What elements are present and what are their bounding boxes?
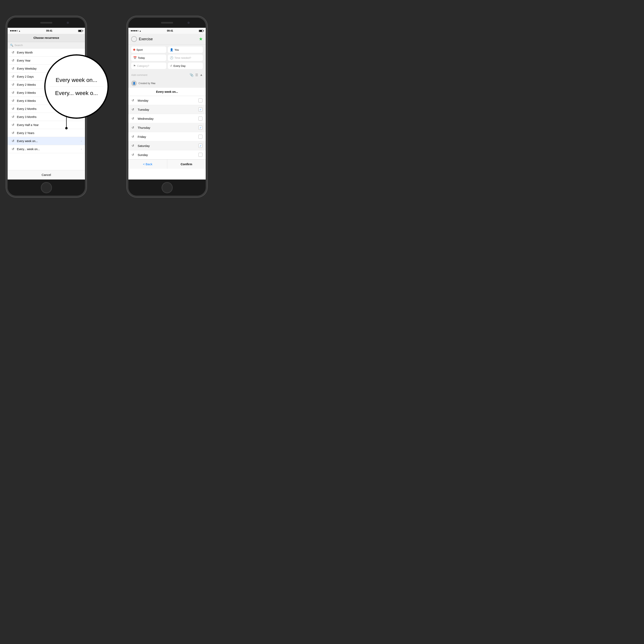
home-button-left[interactable] [41,182,52,193]
chevron-right-icon: › [81,140,82,142]
sync-icon: ↺ [11,139,15,143]
avatar: 👤 [131,81,137,86]
sync-icon: ↺ [11,107,15,111]
status-time-left: 09:41 [46,29,53,32]
wifi-icon: ▲ [19,30,21,32]
day-tuesday[interactable]: ↺ Tuesday ✓ [128,105,206,114]
battery-area-right [199,30,203,32]
battery-area [78,30,83,32]
list-item-every-week[interactable]: ↺ Every week on... › [8,137,85,145]
search-bar[interactable]: 🔍 Search [8,42,85,49]
recurrence-header: Choose recurrence [8,34,85,42]
status-bar-left: ▲ 09:41 [8,28,85,34]
camera-right [188,22,190,24]
thursday-checkbox[interactable]: ✓ [198,126,202,130]
sync-icon: ↺ [11,115,15,119]
cancel-bar[interactable]: Cancel [8,170,85,180]
today-label: Today [138,56,145,59]
sync-icon: ↺ [132,126,136,129]
battery-fill [78,30,81,32]
task-completion-circle[interactable] [131,36,137,42]
comment-placeholder[interactable]: Add comment [131,73,188,76]
svg-point-1 [65,127,68,129]
confirm-button[interactable]: Confirm [167,160,206,169]
field-today[interactable]: 📅 Today [131,55,166,61]
comment-area[interactable]: Add comment 📎 ☰ ▲ [128,71,206,79]
star-icon[interactable]: ★ [199,36,203,42]
sync-icon: ↺ [11,123,15,127]
sync-icon: ↺ [132,135,136,138]
sync-icon: ↺ [11,67,15,70]
sync-icon: ↺ [11,75,15,78]
field-sport[interactable]: Sport [131,46,166,53]
sunday-checkbox[interactable] [198,153,202,157]
category-placeholder: Category? [137,64,149,67]
list-item-every-week-alt[interactable]: ↺ Every... week on... › [8,145,85,153]
dot4 [15,30,16,31]
right-phone-bottom [128,180,206,196]
home-button-right[interactable] [162,182,173,193]
field-time[interactable]: 🕐 Time needed? [168,55,203,61]
day-wednesday[interactable]: ↺ Wednesday [128,114,206,123]
field-every-day[interactable]: ↺ Every Day [168,63,203,69]
attachment-icon[interactable]: 📎 [190,73,194,77]
search-input[interactable]: Search [14,44,23,47]
sync-icon: ↺ [132,144,136,148]
you-label: You [174,48,179,51]
magnify-content: Every week on... Every... week o... [45,56,107,118]
right-phone: ▲ 09:41 Exercise ★ Sport [127,16,207,197]
cancel-label[interactable]: Cancel [42,173,51,176]
tuesday-checkbox[interactable]: ✓ [198,107,202,111]
drive-icon[interactable]: ▲ [200,73,203,77]
friday-checkbox[interactable] [198,135,202,139]
wednesday-checkbox[interactable] [198,117,202,121]
field-category[interactable]: ⚑ Category? [131,63,166,69]
wifi-icon-right: ▲ [139,30,141,32]
sync-icon: ↺ [11,131,15,135]
sync-icon: ↺ [11,59,15,62]
sync-icon: ↺ [11,91,15,95]
field-you[interactable]: 👤 You [168,46,203,53]
speaker-right [161,22,173,24]
sync-icon: ↺ [132,99,136,102]
day-saturday[interactable]: ↺ Saturday ✓ [128,141,206,150]
signal-area: ▲ [10,30,21,32]
signal-dots [10,30,18,31]
scene: ▲ 09:41 Choose recurrence 🔍 Search [0,0,213,213]
task-header: Exercise ★ [128,34,206,44]
panel-header: Every week on... [128,88,206,96]
day-friday[interactable]: ↺ Friday [128,132,206,141]
day-thursday[interactable]: ↺ Thursday ✓ [128,123,206,132]
person-icon: 👤 [170,48,173,51]
sync-icon: ↺ [132,153,136,157]
day-monday[interactable]: ↺ Monday [128,96,206,105]
recurrence-icon: ↺ [170,64,172,67]
left-phone-bottom [8,180,85,196]
task-title[interactable]: Exercise [139,37,197,41]
search-icon: 🔍 [10,44,13,47]
sport-label: Sport [136,48,143,51]
dot3 [134,30,135,31]
dot3 [13,30,14,31]
monday-checkbox[interactable] [198,98,202,102]
chevron-right-icon: › [81,148,82,151]
dot1 [131,30,132,31]
day-sunday[interactable]: ↺ Sunday [128,150,206,159]
battery-icon-right [199,30,203,32]
recurrence-panel: Every week on... ↺ Monday ↺ Tuesday ✓ ↺ … [128,88,206,180]
time-placeholder: Time needed? [174,56,191,59]
dot5 [137,30,138,31]
magnify-row-2: Every... week o... [50,87,103,100]
saturday-checkbox[interactable]: ✓ [198,144,202,148]
every-day-label: Every Day [173,64,186,67]
dot2 [132,30,134,31]
back-button[interactable]: < Back [128,160,167,169]
sync-icon: ↺ [11,51,15,54]
left-phone-top [8,18,85,28]
battery-fill-right [199,30,202,32]
signal-area-right: ▲ [131,30,141,32]
panel-actions: < Back Confirm [128,159,206,169]
list-icon[interactable]: ☰ [195,73,198,77]
dot2 [12,30,13,31]
sync-icon: ↺ [132,108,136,111]
